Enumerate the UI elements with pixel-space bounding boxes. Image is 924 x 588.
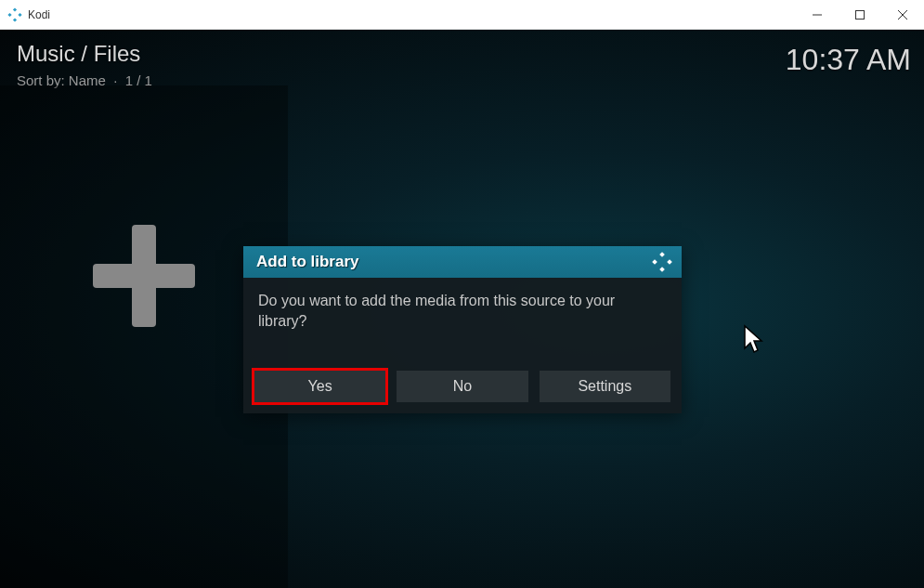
svg-rect-9 [652,259,657,265]
plus-icon [93,225,195,327]
svg-rect-11 [659,267,665,272]
dialog-header: Add to library [243,246,682,278]
svg-rect-5 [856,10,865,19]
no-button[interactable]: No [397,371,527,402]
add-source-button[interactable] [93,225,195,327]
kodi-icon [652,252,672,276]
dialog-body: Do you want to add the media from this s… [243,278,682,371]
app-content: Music / Files Sort by: Name · 1 / 1 10:3… [0,30,924,588]
svg-rect-3 [13,18,17,21]
svg-rect-0 [13,7,17,11]
cursor-icon [743,324,767,361]
window-title: Kodi [28,8,50,21]
settings-button[interactable]: Settings [540,371,670,402]
breadcrumb: Music / Files [17,41,140,67]
yes-button[interactable]: Yes [254,371,385,402]
svg-rect-1 [7,12,11,16]
app-window: Kodi Music / Files Sort by: Name · 1 / 1… [0,0,924,588]
clock: 10:37 AM [786,43,911,77]
dialog-buttons: Yes No Settings [243,371,682,413]
app-icon [7,7,22,22]
dialog-title: Add to library [256,253,359,271]
dialog-message: Do you want to add the media from this s… [258,291,667,333]
close-button[interactable] [881,0,924,30]
window-controls [796,0,924,30]
add-to-library-dialog: Add to library Do you want to add the me… [243,246,682,413]
svg-rect-10 [667,259,672,265]
svg-rect-2 [18,12,21,16]
maximize-button[interactable] [839,0,881,30]
svg-rect-8 [659,252,665,257]
minimize-button[interactable] [796,0,839,30]
titlebar: Kodi [0,0,924,30]
